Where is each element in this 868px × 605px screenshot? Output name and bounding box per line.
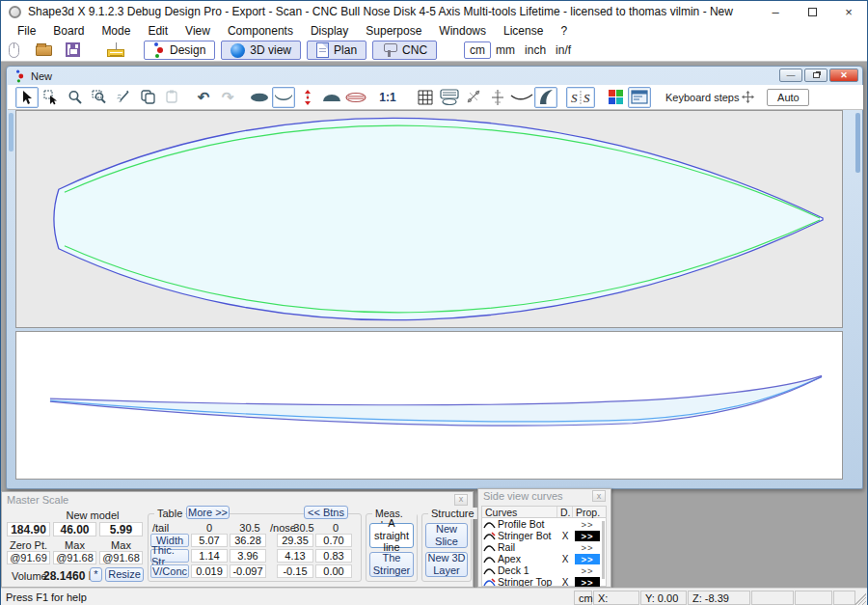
slices-panel-icon[interactable]	[438, 87, 461, 108]
width-cell-1[interactable]: 5.07	[191, 534, 228, 547]
color-squares-icon[interactable]	[604, 87, 627, 108]
s-curves-icon[interactable]: S S	[566, 87, 595, 108]
menu-view[interactable]: View	[176, 24, 219, 38]
open-file-icon[interactable]	[34, 41, 55, 59]
prop-button[interactable]: >>	[575, 565, 600, 576]
prop-button[interactable]: >>	[575, 542, 600, 553]
board-window-titlebar[interactable]: New — ✕	[7, 67, 862, 85]
close-button[interactable]: ×	[830, 1, 867, 22]
redo-icon[interactable]: ↷	[216, 87, 239, 108]
deck-view-icon[interactable]	[320, 87, 343, 108]
select-area-icon[interactable]	[40, 87, 63, 108]
zoom-area-icon[interactable]	[88, 87, 111, 108]
width-field[interactable]: 46.00	[53, 522, 96, 536]
curve-row-apex[interactable]: Apex X >>	[482, 553, 606, 564]
menu-help[interactable]: ?	[552, 24, 576, 38]
paste-icon[interactable]	[160, 87, 183, 108]
menu-mode[interactable]: Mode	[93, 24, 139, 38]
new-3d-layer-button[interactable]: New 3D Layer	[425, 552, 468, 577]
slice-view-icon[interactable]	[296, 87, 319, 108]
straight-line-button[interactable]: A straight line	[369, 523, 414, 548]
outline-view-icon[interactable]	[248, 87, 271, 108]
curves-panel-titlebar[interactable]: Side view curves x	[478, 489, 610, 503]
unit-cm-button[interactable]: cm	[464, 41, 491, 59]
scale-1-1-icon[interactable]: 1:1	[376, 87, 399, 108]
vconc-row-button[interactable]: V/Conc	[150, 564, 189, 578]
menu-board[interactable]: Board	[44, 24, 93, 38]
minimize-button[interactable]: –	[757, 1, 794, 22]
vconc-cell-3[interactable]: -0.15	[277, 564, 313, 578]
menu-superpose[interactable]: Superpose	[357, 24, 430, 38]
menu-license[interactable]: License	[495, 24, 552, 38]
pan-hand-icon[interactable]	[112, 87, 135, 108]
cut-measure-icon[interactable]	[462, 87, 485, 108]
prop-button[interactable]: >>	[575, 519, 600, 530]
3d-view-button[interactable]: 3D view	[221, 41, 301, 60]
menu-display[interactable]: Display	[302, 24, 357, 38]
width-cell-3[interactable]: 29.35	[277, 534, 313, 547]
prop-col-header[interactable]: Prop.	[573, 507, 606, 517]
new-slice-button[interactable]: New Slice	[425, 523, 468, 548]
menu-file[interactable]: File	[9, 24, 44, 38]
prop-button[interactable]: >>	[575, 577, 600, 588]
design-mode-button[interactable]: Design	[144, 41, 215, 60]
max-wdt-field[interactable]: @91.68	[53, 551, 96, 564]
mouse-settings-icon[interactable]	[5, 41, 26, 59]
star-button[interactable]: *	[90, 567, 102, 582]
master-scale-icon[interactable]	[105, 41, 126, 59]
the-stringer-button[interactable]: The Stringer	[369, 552, 414, 577]
flow-lines-icon[interactable]	[344, 87, 367, 108]
vconc-cell-2[interactable]: -0.097	[230, 564, 266, 578]
vconc-cell-1[interactable]: 0.019	[191, 564, 228, 578]
zoom-icon[interactable]	[64, 87, 87, 108]
unit-mm-button[interactable]: mm	[491, 41, 520, 59]
length-field[interactable]: 184.90	[7, 522, 50, 536]
d-col-header[interactable]: D.	[557, 507, 573, 517]
curves-panel-close-icon[interactable]: x	[592, 490, 606, 502]
doc-restore-button[interactable]	[804, 69, 827, 82]
cnc-button[interactable]: CNC	[372, 41, 437, 60]
copy-icon[interactable]	[136, 87, 159, 108]
profile-view-icon[interactable]	[272, 87, 295, 108]
menu-components[interactable]: Components	[219, 24, 302, 38]
rocker-curve-icon[interactable]	[510, 87, 533, 108]
thickness-field[interactable]: 5.99	[99, 522, 143, 536]
menu-edit[interactable]: Edit	[139, 24, 176, 38]
doc-close-button[interactable]: ✕	[829, 69, 858, 82]
prop-button[interactable]: >>	[575, 554, 600, 564]
master-scale-titlebar[interactable]: Master Scale x	[2, 492, 473, 507]
thickness-cell-3[interactable]: 4.13	[277, 549, 313, 563]
auto-button[interactable]: Auto	[767, 89, 809, 106]
width-cell-2[interactable]: 36.28	[230, 534, 266, 547]
curve-row-stringer-bot[interactable]: Stringer Bot X >>	[482, 530, 606, 541]
thickness-cell-2[interactable]: 3.96	[230, 549, 266, 563]
move-steps-icon[interactable]	[739, 87, 756, 108]
curves-col-header[interactable]: Curves	[482, 507, 557, 517]
resize-button[interactable]: Resize	[105, 567, 144, 582]
measurements-panel-icon[interactable]	[628, 87, 651, 108]
curves-scrollbar[interactable]	[602, 521, 605, 579]
vconc-cell-4[interactable]: 0.00	[315, 564, 352, 578]
plan-button[interactable]: Plan	[307, 41, 366, 60]
curve-row-stringer-top[interactable]: Stringer Top X >>	[482, 576, 606, 588]
undo-icon[interactable]: ↶	[192, 87, 215, 108]
right-scrollbar-thumb[interactable]	[855, 113, 860, 173]
doc-minimize-button[interactable]: —	[779, 69, 802, 82]
guidelines-icon[interactable]	[486, 87, 509, 108]
thickness-row-button[interactable]: Thic. Str	[150, 549, 189, 563]
grid-icon[interactable]	[414, 87, 437, 108]
maximize-button[interactable]	[794, 1, 830, 22]
left-scrollbar-thumb[interactable]	[9, 113, 14, 151]
resize-grip[interactable]	[854, 593, 866, 605]
save-file-icon[interactable]	[63, 41, 84, 59]
max-thck-field[interactable]: @91.68	[99, 551, 143, 564]
width-cell-4[interactable]: 0.70	[315, 534, 352, 547]
menu-windows[interactable]: Windows	[430, 24, 495, 38]
outline-view-canvas[interactable]	[15, 110, 843, 328]
curve-row-rail[interactable]: Rail >>	[482, 541, 606, 553]
btns-button[interactable]: << Btns	[304, 506, 348, 519]
master-scale-close-icon[interactable]: x	[454, 494, 468, 506]
fin-icon[interactable]	[534, 87, 557, 108]
side-view-canvas[interactable]	[15, 331, 843, 480]
curve-row-profile-bot[interactable]: Profile Bot >>	[482, 518, 606, 530]
